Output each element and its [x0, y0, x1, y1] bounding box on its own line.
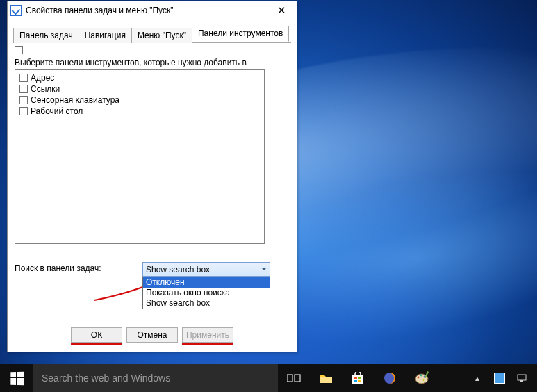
dialog-button-row: ОК Отмена Применить: [8, 327, 297, 345]
tray-app-icon[interactable]: [491, 370, 508, 386]
svg-rect-16: [520, 380, 523, 382]
list-item[interactable]: Рабочий стол: [19, 106, 260, 117]
list-item-label: Ссылки: [31, 84, 60, 94]
taskbar: Search the web and Windows: [0, 364, 537, 392]
search-label: Поиск в панели задач:: [15, 262, 142, 277]
tab-start-menu[interactable]: Меню "Пуск": [131, 28, 192, 43]
chevron-down-icon[interactable]: [258, 263, 270, 276]
dropdown-option[interactable]: Отключен: [143, 277, 270, 288]
checkbox-icon[interactable]: [19, 96, 28, 104]
combobox-value: Show search box: [146, 265, 210, 275]
tab-taskbar[interactable]: Панель задач: [13, 28, 79, 43]
firefox-button[interactable]: [374, 364, 406, 392]
svg-point-10: [418, 377, 420, 379]
start-button[interactable]: [0, 364, 33, 392]
taskbar-search[interactable]: Search the web and Windows: [33, 364, 278, 392]
app-icon: [10, 5, 22, 16]
svg-rect-4: [354, 377, 357, 379]
checkbox-icon[interactable]: [19, 85, 28, 93]
svg-point-11: [420, 375, 422, 377]
search-dropdown: Отключен Показать окно поиска Show searc…: [142, 277, 270, 309]
task-view-icon: [287, 373, 301, 384]
paint-button[interactable]: [406, 364, 438, 392]
list-item-label: Рабочий стол: [31, 106, 83, 116]
toolbars-listbox[interactable]: Адрес Ссылки Сенсорная клавиатура Рабочи…: [15, 69, 265, 244]
list-item[interactable]: Сенсорная клавиатура: [19, 95, 260, 106]
svg-rect-2: [320, 377, 332, 383]
search-combobox[interactable]: Show search box: [142, 262, 270, 277]
task-view-button[interactable]: [278, 364, 310, 392]
tab-page-toolbars: Выберите панели инструментов, которые ну…: [8, 43, 297, 284]
svg-rect-5: [358, 377, 361, 379]
list-item[interactable]: Ссылки: [19, 83, 260, 95]
desktop-background: Свойства панели задач и меню "Пуск" ✕ Па…: [0, 0, 537, 392]
firefox-icon: [383, 371, 397, 385]
ok-button[interactable]: ОК: [71, 327, 122, 343]
dropdown-option[interactable]: Show search box: [143, 298, 270, 309]
apply-button[interactable]: Применить: [182, 327, 233, 343]
properties-dialog: Свойства панели задач и меню "Пуск" ✕ Па…: [7, 1, 297, 352]
svg-rect-3: [352, 375, 363, 384]
svg-rect-15: [518, 375, 526, 380]
dropdown-option[interactable]: Показать окно поиска: [143, 288, 270, 298]
store-icon: [352, 372, 364, 384]
paint-icon: [414, 371, 429, 385]
svg-rect-1: [295, 375, 300, 382]
system-tray: ▲: [466, 364, 537, 392]
tab-strip: Панель задач Навигация Меню "Пуск" Панел…: [13, 25, 291, 43]
svg-rect-0: [287, 375, 292, 382]
cancel-button[interactable]: Отмена: [126, 327, 178, 343]
list-item-label: Сенсорная клавиатура: [31, 95, 119, 105]
annotation-underline: [71, 343, 122, 345]
checkbox-icon[interactable]: [19, 107, 28, 115]
list-item-label: Адрес: [31, 73, 54, 83]
titlebar[interactable]: Свойства панели задач и меню "Пуск" ✕: [8, 1, 297, 19]
list-item[interactable]: Адрес: [19, 72, 260, 83]
checkbox-icon[interactable]: [19, 74, 28, 82]
svg-rect-6: [354, 380, 357, 382]
annotation-underline: [182, 343, 233, 345]
svg-point-13: [423, 379, 425, 382]
top-checkbox[interactable]: [15, 46, 23, 54]
tab-navigation[interactable]: Навигация: [79, 28, 132, 43]
toolbars-description: Выберите панели инструментов, которые ну…: [15, 58, 290, 67]
windows-logo-icon: [10, 372, 23, 385]
svg-rect-7: [358, 380, 361, 382]
tray-chevron-up-icon[interactable]: ▲: [469, 370, 486, 386]
folder-icon: [319, 373, 333, 384]
tray-network-icon[interactable]: [513, 370, 530, 386]
store-button[interactable]: [342, 364, 374, 392]
file-explorer-button[interactable]: [310, 364, 342, 392]
dialog-title: Свойства панели задач и меню "Пуск": [26, 6, 174, 15]
close-button[interactable]: ✕: [266, 1, 297, 19]
tab-toolbars[interactable]: Панели инструментов: [192, 26, 289, 42]
